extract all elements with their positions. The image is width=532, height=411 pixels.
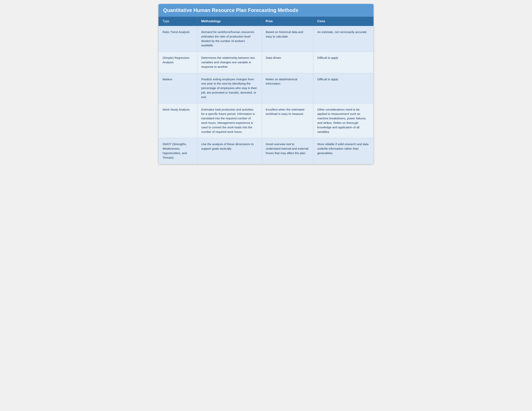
cell-cons: Other considerations need to be applied … xyxy=(313,103,374,138)
cell-type: SWOT (Strengths, Weaknesses, Opportuniti… xyxy=(159,138,197,164)
cell-cons: Difficult to apply xyxy=(313,73,374,103)
main-table-container: Quantitative Human Resource Plan Forecas… xyxy=(158,4,374,164)
cell-methodology: Determines the relationship between two … xyxy=(197,52,262,73)
cell-cons: An estimate, not necessarily accurate xyxy=(313,26,374,52)
table-title: Quantitative Human Resource Plan Forecas… xyxy=(158,4,374,17)
cell-pros: Relies on data/historical information xyxy=(262,73,313,103)
cell-methodology: Predicts exiting employee changes from o… xyxy=(197,73,262,103)
header-type: Type xyxy=(159,17,197,26)
table-row: MarkovPredicts exiting employee changes … xyxy=(159,73,374,103)
table-row: Work-Study AnalysisEstimates total produ… xyxy=(159,103,374,138)
cell-type: Markov xyxy=(159,73,197,103)
header-cons: Cons xyxy=(313,17,374,26)
cell-cons: Difficult to apply xyxy=(313,52,374,73)
cell-type: Ratio Trend Analysis xyxy=(159,26,197,52)
table-row: SWOT (Strengths, Weaknesses, Opportuniti… xyxy=(159,138,374,164)
table-body: Ratio Trend AnalysisDemand for workforce… xyxy=(159,26,374,164)
cell-pros: Data-driven xyxy=(262,52,313,73)
table-row: Ratio Trend AnalysisDemand for workforce… xyxy=(159,26,374,52)
forecasting-table: Type Methodology Pros Cons Ratio Trend A… xyxy=(158,17,374,164)
table-header-row: Type Methodology Pros Cons xyxy=(159,17,374,26)
cell-methodology: Estimates total production and activitie… xyxy=(197,103,262,138)
cell-pros: Based on historical data and easy to cal… xyxy=(262,26,313,52)
cell-methodology: Use the analysis of these dimensions to … xyxy=(197,138,262,164)
cell-type: (Simple) Regression Analysis xyxy=(159,52,197,73)
cell-methodology: Demand for workforce/human resources est… xyxy=(197,26,262,52)
table-row: (Simple) Regression AnalysisDetermines t… xyxy=(159,52,374,73)
cell-type: Work-Study Analysis xyxy=(159,103,197,138)
cell-pros: Excellent when the estimated workload is… xyxy=(262,103,313,138)
header-methodology: Methodology xyxy=(197,17,262,26)
cell-cons: More reliable if solid research and data… xyxy=(313,138,374,164)
header-pros: Pros xyxy=(262,17,313,26)
cell-pros: Good overview tool to understand interna… xyxy=(262,138,313,164)
